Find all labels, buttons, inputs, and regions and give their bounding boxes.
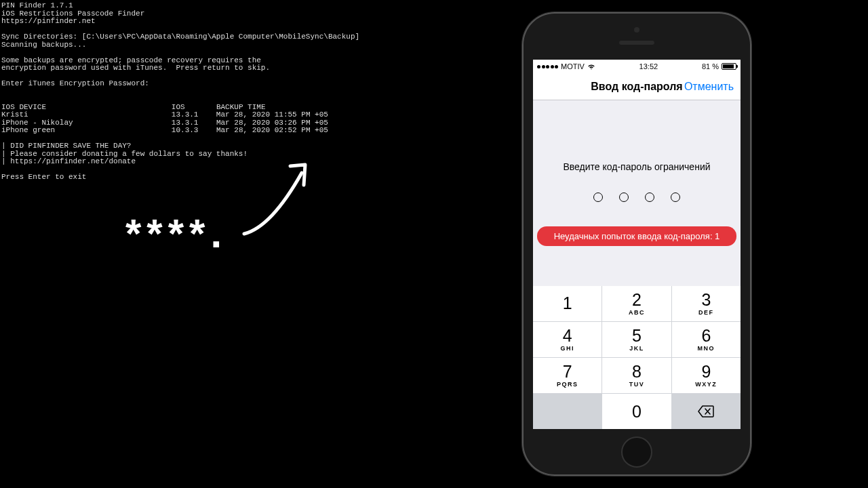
pin-dot (645, 192, 654, 202)
nav-bar: Ввод код-пароля Отменить (533, 73, 741, 100)
pin-dot (671, 192, 680, 202)
arrow-icon (237, 152, 339, 254)
battery-pct-label: 81 % (702, 62, 719, 70)
pin-entry-dots (533, 192, 741, 202)
home-button[interactable] (621, 436, 652, 468)
key-2[interactable]: 2 ABC (602, 286, 671, 321)
error-pill: Неудачных попыток ввода код-пароля: 1 (537, 226, 736, 246)
cancel-button[interactable]: Отменить (684, 81, 734, 93)
table-header: IOS DEVICE IOS BACKUP TIME (1, 103, 266, 111)
pin-dot (619, 192, 629, 202)
key-4[interactable]: 4 GHI (533, 322, 601, 357)
phone-camera-dot (634, 27, 639, 33)
page-title: Ввод код-пароля (591, 81, 682, 93)
key-backspace[interactable] (672, 394, 741, 429)
prompt-text: Введите код-пароль ограничений (533, 161, 741, 172)
key-7[interactable]: 7 PQRS (533, 358, 601, 393)
key-5[interactable]: 5 JKL (602, 322, 671, 357)
key-0[interactable]: 0 (602, 394, 671, 429)
phone-screen: MOTIV 13:52 81 % Ввод код-пароля Отменит… (533, 60, 741, 429)
key-3[interactable]: 3 DEF (672, 286, 741, 321)
wifi-icon (587, 64, 595, 70)
key-8[interactable]: 8 TUV (602, 358, 671, 393)
annotation-stars: ****. (125, 210, 227, 257)
status-bar: MOTIV 13:52 81 % (533, 60, 741, 73)
numeric-keypad: 1 2 ABC 3 DEF 4 GHI 5 JKL 6 MNO (533, 286, 741, 429)
table-row: iPhone green 10.3.3 Mar 28, 2020 02:52 P… (1, 126, 328, 134)
phone-mockup: MOTIV 13:52 81 % Ввод код-пароля Отменит… (522, 12, 751, 476)
key-9[interactable]: 9 WXYZ (672, 358, 741, 393)
table-row: iPhone - Nikolay 13.3.1 Mar 28, 2020 03:… (1, 119, 328, 127)
key-1[interactable]: 1 (533, 286, 601, 321)
prompt-area: Введите код-пароль ограничений Неудачных… (533, 100, 741, 246)
key-6[interactable]: 6 MNO (672, 322, 741, 357)
key-empty (533, 394, 601, 429)
table-row: Kristi 13.3.1 Mar 28, 2020 11:55 PM +05 (1, 110, 328, 119)
phone-earpiece (619, 41, 654, 45)
pin-dot (593, 192, 603, 202)
signal-dots-icon (537, 65, 558, 68)
backspace-icon (698, 405, 714, 418)
battery-icon (722, 63, 736, 70)
carrier-label: MOTIV (561, 62, 585, 70)
clock-label: 13:52 (639, 62, 658, 70)
